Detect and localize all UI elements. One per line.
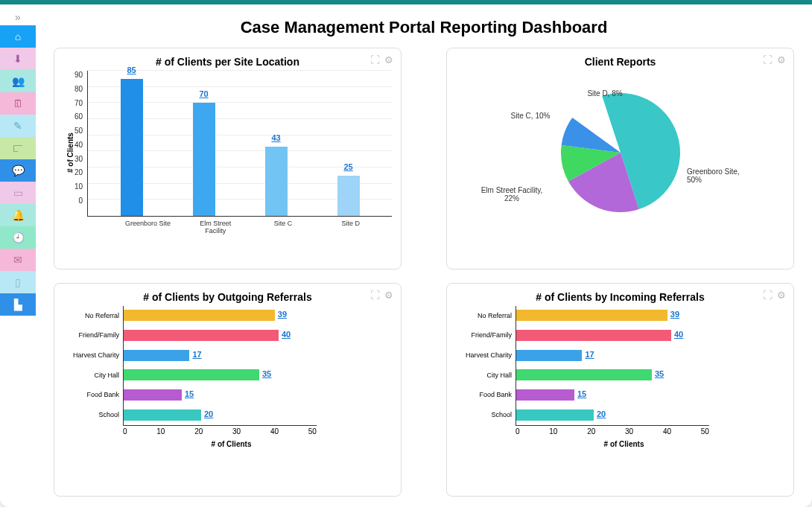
bar-value-label[interactable]: 35 — [655, 369, 664, 378]
sidebar-item-calendar[interactable]: 🗓 — [0, 92, 36, 115]
x-axis-ticks: 01020304050 — [123, 425, 317, 436]
bar-value-label[interactable]: 17 — [585, 350, 594, 359]
bar-value-label[interactable]: 43 — [271, 133, 280, 142]
bar-value-label[interactable]: 40 — [674, 330, 683, 339]
users-icon: 👥 — [12, 75, 25, 87]
bar-value-label[interactable]: 20 — [204, 409, 213, 418]
bar-plot-area: 85704325 — [87, 71, 392, 217]
bar-no-referral[interactable]: 39 — [516, 310, 667, 321]
gear-icon[interactable]: ⚙ — [777, 54, 786, 66]
x-axis-label: # of Clients — [463, 440, 784, 448]
bar-food-bank[interactable]: 15 — [124, 389, 182, 401]
x-tick: 20 — [587, 427, 595, 436]
pie-chart-area: Greenboro Site, 50%Elm Street Facility, … — [456, 71, 784, 235]
x-tick: 30 — [625, 427, 633, 436]
category-label: Harvest Charity — [464, 351, 516, 359]
sitemap-icon: ▙ — [14, 299, 22, 310]
bar-harvest-charity[interactable]: 17 — [124, 350, 189, 361]
x-tick: 0 — [123, 427, 127, 436]
expand-icon[interactable]: ⛶ — [370, 290, 380, 301]
sidebar-expand-toggle[interactable]: » — [0, 9, 36, 25]
bar-elm-street-facility[interactable]: 70 — [193, 103, 215, 216]
bar-plot-area: No Referral39Friend/Family40Harvest Char… — [123, 306, 392, 425]
sidebar-item-users[interactable]: 👥 — [0, 70, 36, 92]
bar-no-referral[interactable]: 39 — [124, 310, 275, 321]
bar-site-c[interactable]: 43 — [265, 147, 288, 216]
bar-city-hall[interactable]: 35 — [516, 369, 652, 380]
bar-value-label[interactable]: 39 — [278, 310, 287, 319]
pie-label: Site C, 10% — [497, 112, 564, 120]
gear-icon[interactable]: ⚙ — [384, 54, 393, 66]
sidebar-item-id[interactable]: ▯ — [0, 271, 36, 293]
bar-harvest-charity[interactable]: 17 — [516, 350, 582, 361]
x-tick: 50 — [308, 427, 317, 436]
bar-school[interactable]: 20 — [516, 409, 594, 421]
x-tick: 40 — [663, 427, 671, 436]
bar-value-label[interactable]: 40 — [282, 330, 291, 339]
clock-icon: 🕘 — [12, 232, 25, 243]
expand-icon[interactable]: ⛶ — [370, 54, 380, 66]
gear-icon[interactable]: ⚙ — [384, 290, 393, 301]
pie-label: Elm Street Facility, 22% — [478, 186, 545, 203]
category-label: Friend/Family — [72, 331, 124, 339]
download-icon: ⬇ — [13, 53, 22, 65]
bar-site-d[interactable]: 25 — [337, 176, 360, 216]
sidebar-item-comment[interactable]: 💬 — [0, 159, 36, 182]
category-label: City Hall — [72, 372, 124, 379]
category-label: Food Bank — [72, 391, 124, 398]
main-content: Case Management Portal Reporting Dashboa… — [36, 4, 812, 507]
x-tick: 10 — [156, 427, 165, 436]
bar-city-hall[interactable]: 35 — [124, 369, 259, 380]
expand-icon[interactable]: ⛶ — [763, 54, 773, 66]
bar-value-label[interactable]: 20 — [597, 409, 606, 418]
sidebar-item-contacts[interactable]: ▭ — [0, 182, 36, 204]
x-tick: Site D — [325, 220, 377, 235]
card-title: Client Reports — [456, 56, 784, 68]
sidebar-item-mail[interactable]: ✉ — [0, 249, 36, 271]
sidebar-item-user-check[interactable]: ✎ — [0, 115, 36, 137]
y-tick: 40 — [74, 141, 83, 149]
sidebar-item-home[interactable]: ⌂ — [0, 25, 36, 48]
y-tick: 30 — [74, 155, 83, 163]
bar-value-label[interactable]: 15 — [577, 389, 586, 398]
comment-icon: 💬 — [12, 165, 25, 176]
bar-greenboro-site[interactable]: 85 — [121, 79, 143, 216]
sidebar-item-download[interactable]: ⬇ — [0, 48, 36, 70]
x-tick: 50 — [701, 427, 709, 436]
x-axis-ticks: 01020304050 — [516, 425, 709, 436]
chart-icon: ⫍ — [13, 142, 23, 154]
sidebar-item-chart[interactable]: ⫍ — [0, 137, 36, 159]
bar-value-label[interactable]: 70 — [199, 89, 208, 98]
bar-food-bank[interactable]: 15 — [516, 389, 574, 401]
bar-value-label[interactable]: 17 — [192, 350, 201, 359]
gear-icon[interactable]: ⚙ — [777, 290, 786, 301]
x-tick: Site C — [257, 220, 309, 235]
sidebar-item-sitemap[interactable]: ▙ — [0, 293, 36, 316]
x-tick: 20 — [194, 427, 203, 436]
dashboard-grid: ⛶ ⚙ # of Clients per Site Location # of … — [54, 48, 794, 497]
sidebar: » ⌂⬇👥🗓✎⫍💬▭🔔🕘✉▯▙ — [0, 4, 36, 507]
expand-icon[interactable]: ⛶ — [763, 290, 773, 301]
y-tick: 90 — [74, 71, 83, 79]
bar-value-label[interactable]: 25 — [343, 162, 352, 171]
bar-value-label[interactable]: 85 — [127, 66, 136, 74]
bell-icon: 🔔 — [12, 209, 25, 221]
bar-friend-family[interactable]: 40 — [516, 330, 671, 341]
sidebar-item-bell[interactable]: 🔔 — [0, 204, 36, 226]
user-check-icon: ✎ — [13, 120, 22, 132]
home-icon: ⌂ — [15, 31, 21, 42]
sidebar-item-clock[interactable]: 🕘 — [0, 226, 36, 249]
x-tick: 10 — [549, 427, 557, 436]
bar-value-label[interactable]: 15 — [185, 389, 194, 398]
card-incoming-referrals: ⛶ ⚙ # of Clients by Incoming Referrals N… — [446, 283, 794, 497]
bar-school[interactable]: 20 — [124, 409, 201, 421]
bar-value-label[interactable]: 35 — [262, 369, 271, 378]
chevron-right-icon: » — [15, 11, 21, 23]
y-tick: 50 — [74, 127, 83, 135]
x-tick: 30 — [232, 427, 241, 436]
y-tick: 0 — [74, 197, 83, 205]
bar-value-label[interactable]: 39 — [670, 310, 679, 319]
bar-friend-family[interactable]: 40 — [124, 330, 279, 341]
x-tick: 40 — [270, 427, 279, 436]
page-title: Case Management Portal Reporting Dashboa… — [54, 18, 794, 37]
